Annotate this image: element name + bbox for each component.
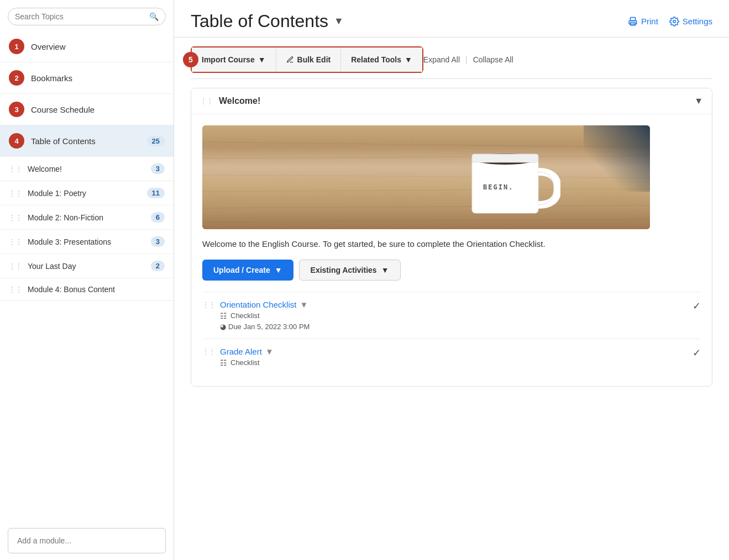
page-title: Table of Contents	[191, 11, 328, 31]
sidebar-item-overview[interactable]: 1 Overview	[0, 31, 174, 62]
search-box[interactable]: 🔍	[8, 8, 166, 25]
search-input[interactable]	[15, 12, 149, 21]
activity-type-grade-alert: Checklist	[230, 358, 260, 367]
coffee-mug-svg: BEGIN.	[461, 136, 560, 229]
page-title-area: Table of Contents ▼	[191, 11, 344, 31]
svg-line-6	[202, 175, 650, 178]
toc-item-last-day[interactable]: ⋮⋮ Your Last Day 2	[0, 254, 174, 278]
toc-item-module3[interactable]: ⋮⋮ Module 3: Presentations 3	[0, 230, 174, 254]
toc-label-last-day: Your Last Day	[28, 262, 151, 271]
title-dropdown-icon[interactable]: ▼	[334, 15, 344, 27]
toc-count-badge: 25	[147, 136, 165, 146]
import-course-button[interactable]: Import Course ▼	[192, 47, 276, 72]
toc-count-last-day: 2	[151, 261, 165, 271]
main-scroll-area: 5 Import Course ▼ Bulk Edit Related Tool…	[174, 38, 729, 560]
svg-point-3	[673, 20, 676, 23]
toc-count-module2: 6	[151, 212, 165, 223]
toc-item-module4[interactable]: ⋮⋮ Module 4: Bonus Content	[0, 278, 174, 301]
dark-corner	[584, 125, 650, 192]
sidebar-item-bookmarks[interactable]: 2 Bookmarks	[0, 62, 174, 94]
activity-type-orientation: Checklist	[230, 311, 260, 320]
nav-label-course-schedule: Course Schedule	[31, 105, 165, 114]
related-tools-label: Related Tools	[351, 55, 401, 64]
activity-check-icon-2: ✓	[693, 347, 701, 359]
toc-label-module4: Module 4: Bonus Content	[28, 285, 165, 294]
course-image: BEGIN.	[202, 125, 650, 229]
activity-due-date-orientation: Due Jan 5, 2022 3:00 PM	[228, 323, 310, 331]
toolbar-left-group: 5 Import Course ▼ Bulk Edit Related Tool…	[191, 46, 423, 73]
drag-handle-icon: ⋮⋮	[9, 238, 22, 246]
nav-badge-4: 4	[9, 133, 24, 149]
add-module-input[interactable]	[8, 528, 166, 553]
action-buttons: Upload / Create ▼ Existing Activities ▼	[202, 260, 701, 281]
existing-activities-label: Existing Activities	[311, 266, 377, 274]
svg-rect-12	[472, 154, 538, 162]
toolbar: 5 Import Course ▼ Bulk Edit Related Tool…	[191, 38, 712, 79]
import-course-label: Import Course	[202, 55, 255, 64]
drag-handle-icon: ⋮⋮	[9, 286, 22, 293]
svg-line-5	[202, 156, 650, 159]
header-actions: Print Settings	[628, 17, 712, 27]
existing-activities-button[interactable]: Existing Activities ▼	[299, 260, 401, 281]
search-icon: 🔍	[149, 12, 159, 21]
nav-badge-2: 2	[9, 70, 24, 86]
orientation-checklist-link[interactable]: Orientation Checklist ▼	[220, 300, 693, 309]
activity-item-orientation: ⋮⋮ Orientation Checklist ▼ ☷ Checklist ◕	[202, 292, 701, 339]
activity-check-icon: ✓	[693, 300, 701, 312]
toc-item-module1[interactable]: ⋮⋮ Module 1: Poetry 11	[0, 181, 174, 205]
welcome-text: Welcome to the English Course. To get st…	[202, 238, 701, 251]
checklist-icon-2: ☷	[220, 358, 227, 367]
drag-handle-icon: ⋮⋮	[9, 214, 22, 221]
toc-count-welcome: 3	[151, 163, 165, 174]
upload-create-chevron-icon: ▼	[275, 266, 282, 274]
bulk-edit-button[interactable]: Bulk Edit	[276, 47, 342, 72]
activity-meta-orientation: ☷ Checklist	[220, 311, 693, 320]
activity-expand-icon: ▼	[300, 300, 308, 309]
grade-alert-link[interactable]: Grade Alert ▼	[220, 347, 693, 356]
upload-create-label: Upload / Create	[213, 266, 270, 274]
import-course-chevron-icon: ▼	[258, 55, 266, 64]
collapse-all-link[interactable]: Collapse All	[473, 55, 513, 64]
clock-icon: ◕	[220, 323, 226, 331]
drag-handle-icon: ⋮⋮	[9, 165, 22, 173]
nav-label-overview: Overview	[31, 42, 165, 51]
welcome-section-header[interactable]: ⋮⋮ Welcome! ▼	[191, 88, 712, 114]
toc-label-module3: Module 3: Presentations	[28, 237, 151, 246]
settings-button[interactable]: Settings	[669, 17, 712, 27]
welcome-section-title: Welcome!	[219, 96, 694, 106]
separator: |	[465, 55, 468, 64]
svg-line-9	[202, 219, 650, 222]
svg-text:BEGIN.: BEGIN.	[483, 183, 513, 191]
toc-item-welcome[interactable]: ⋮⋮ Welcome! 3	[0, 157, 174, 181]
print-button[interactable]: Print	[628, 17, 658, 27]
step-5-badge: 5	[183, 52, 198, 67]
print-icon	[628, 17, 638, 27]
wood-grain-svg	[202, 125, 650, 229]
drag-handle-icon: ⋮⋮	[9, 189, 22, 197]
main-content-area: Table of Contents ▼ Print Settings 5 Imp…	[174, 0, 729, 560]
toc-item-module2[interactable]: ⋮⋮ Module 2: Non-Fiction 6	[0, 205, 174, 230]
activity-meta-grade-alert: ☷ Checklist	[220, 358, 693, 367]
drag-handle-icon: ⋮⋮	[9, 262, 22, 270]
welcome-section-chevron-icon: ▼	[694, 96, 703, 106]
upload-create-button[interactable]: Upload / Create ▼	[202, 260, 293, 281]
toc-label-module2: Module 2: Non-Fiction	[28, 213, 151, 222]
nav-badge-3: 3	[9, 102, 24, 117]
section-drag-handle-icon: ⋮⋮	[200, 97, 213, 105]
activity-drag-icon: ⋮⋮	[202, 301, 216, 309]
expand-all-link[interactable]: Expand All	[423, 55, 460, 64]
toc-label-module1: Module 1: Poetry	[28, 189, 147, 198]
activity-item-grade-alert: ⋮⋮ Grade Alert ▼ ☷ Checklist ✓	[202, 339, 701, 375]
bulk-edit-icon	[286, 56, 294, 64]
sidebar-item-course-schedule[interactable]: 3 Course Schedule	[0, 94, 174, 125]
orientation-checklist-title: Orientation Checklist	[220, 300, 296, 309]
related-tools-button[interactable]: Related Tools ▼	[341, 47, 422, 72]
grade-alert-title: Grade Alert	[220, 347, 262, 356]
activity-drag-icon-2: ⋮⋮	[202, 348, 216, 356]
nav-label-toc: Table of Contents	[31, 136, 147, 146]
nav-badge-1: 1	[9, 39, 24, 54]
print-label: Print	[641, 17, 658, 26]
sidebar-item-toc[interactable]: 4 Table of Contents 25	[0, 125, 174, 157]
activity-expand-icon-2: ▼	[265, 347, 274, 356]
sidebar-nav: 1 Overview 2 Bookmarks 3 Course Schedule…	[0, 31, 174, 521]
